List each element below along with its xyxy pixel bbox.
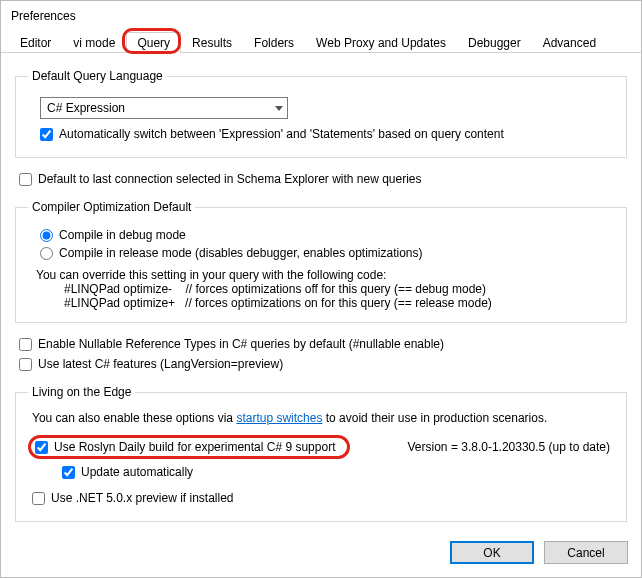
group-living-on-edge: Living on the Edge You can also enable t… [15,385,627,522]
roslyn-daily-checkbox[interactable] [35,441,48,454]
group-compiler-optimization: Compiler Optimization Default Compile in… [15,200,627,323]
legend-compiler: Compiler Optimization Default [28,200,195,214]
edge-hint-pre: You can also enable these options via [32,411,236,425]
highlight-roslyn: Use Roslyn Daily build for experimental … [28,435,350,459]
group-default-language: Default Query Language C# Expression Aut… [15,69,627,158]
tab-editor[interactable]: Editor [9,32,62,53]
auto-switch-label[interactable]: Automatically switch between 'Expression… [59,127,504,141]
tab-vi-mode[interactable]: vi mode [62,32,126,53]
tab-content-query: Default Query Language C# Expression Aut… [1,53,641,546]
compiler-hint-on: #LINQPad optimize+ // forces optimizatio… [36,296,614,310]
tab-query[interactable]: Query [126,32,181,53]
tab-folders[interactable]: Folders [243,32,305,53]
tab-strip: Editorvi modeQueryResultsFoldersWeb Prox… [1,29,641,53]
roslyn-version-text: Version = 3.8.0-1.20330.5 (up to date) [408,440,614,454]
chevron-down-icon [275,106,283,111]
window-title: Preferences [1,1,641,29]
edge-hint: You can also enable these options via st… [32,411,614,425]
compile-debug-label[interactable]: Compile in debug mode [59,228,186,242]
edge-hint-post: to avoid their use in production scenari… [326,411,547,425]
ok-button[interactable]: OK [450,541,534,564]
tab-results[interactable]: Results [181,32,243,53]
legend-default-language: Default Query Language [28,69,167,83]
legend-edge: Living on the Edge [28,385,135,399]
compile-release-radio[interactable] [40,247,53,260]
default-language-select[interactable]: C# Expression [40,97,288,119]
net5-preview-label[interactable]: Use .NET 5.0.x preview if installed [51,491,234,505]
tab-web-proxy-and-updates[interactable]: Web Proxy and Updates [305,32,457,53]
latest-features-checkbox[interactable] [19,358,32,371]
update-auto-checkbox[interactable] [62,466,75,479]
default-language-value: C# Expression [47,101,125,115]
latest-features-label[interactable]: Use latest C# features (LangVersion=prev… [38,357,283,371]
tab-advanced[interactable]: Advanced [532,32,607,53]
default-connection-label[interactable]: Default to last connection selected in S… [38,172,422,186]
compile-debug-radio[interactable] [40,229,53,242]
update-auto-label[interactable]: Update automatically [81,465,193,479]
auto-switch-checkbox[interactable] [40,128,53,141]
tab-debugger[interactable]: Debugger [457,32,532,53]
compile-release-label[interactable]: Compile in release mode (disables debugg… [59,246,423,260]
nullable-label[interactable]: Enable Nullable Reference Types in C# qu… [38,337,444,351]
net5-preview-checkbox[interactable] [32,492,45,505]
dialog-footer: OK Cancel [0,531,642,578]
startup-switches-link[interactable]: startup switches [236,411,322,425]
roslyn-daily-label[interactable]: Use Roslyn Daily build for experimental … [54,440,335,454]
compiler-hint-off: #LINQPad optimize- // forces optimizatio… [36,282,614,296]
default-connection-checkbox[interactable] [19,173,32,186]
compiler-hint-intro: You can override this setting in your qu… [36,268,614,282]
cancel-button[interactable]: Cancel [544,541,628,564]
nullable-checkbox[interactable] [19,338,32,351]
